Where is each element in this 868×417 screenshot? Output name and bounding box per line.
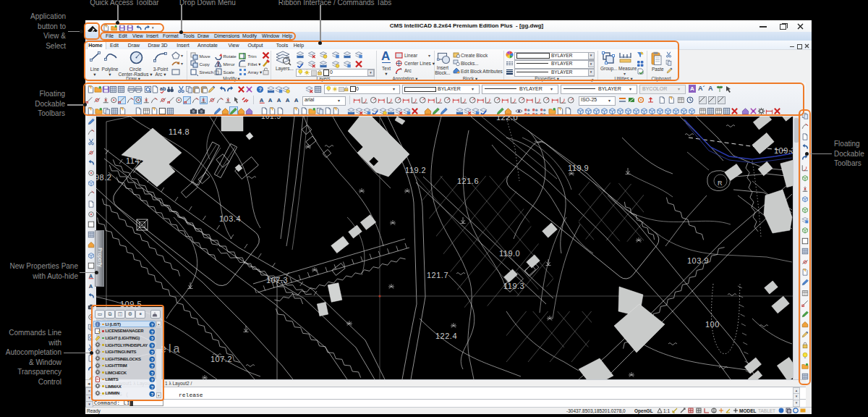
svg-text:103.4: 103.4 (219, 214, 241, 223)
svg-text:100: 100 (705, 320, 720, 329)
svg-text:R: R (718, 180, 723, 187)
svg-text:121.6: 121.6 (457, 177, 479, 185)
svg-text:109.3: 109.3 (774, 146, 793, 155)
svg-text:119.3: 119.3 (503, 282, 524, 290)
svg-text:119.2: 119.2 (405, 166, 426, 174)
svg-text:122.0: 122.0 (496, 117, 518, 122)
svg-text:114.8: 114.8 (169, 127, 190, 136)
svg-text:101.5: 101.5 (261, 117, 281, 120)
svg-text:119.9: 119.9 (568, 164, 589, 172)
svg-text:98.2: 98.2 (96, 173, 111, 182)
svg-text:122.4: 122.4 (435, 332, 457, 340)
svg-text:114.9: 114.9 (126, 156, 147, 165)
svg-text:107.3: 107.3 (266, 276, 288, 285)
svg-text:107.2: 107.2 (210, 355, 232, 363)
svg-text:119.0: 119.0 (499, 249, 520, 258)
svg-text:121.7: 121.7 (427, 271, 448, 279)
svg-text:103.9: 103.9 (687, 256, 709, 265)
